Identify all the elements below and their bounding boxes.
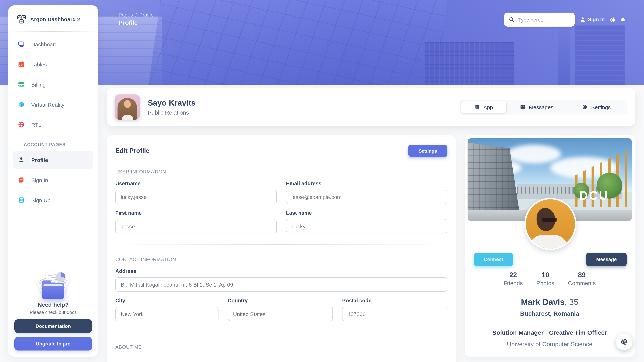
address-field: Address — [115, 268, 448, 292]
sidebar-item-label: RTL — [31, 122, 41, 128]
help-subtitle: Please check our docs — [14, 310, 92, 315]
email-label: Email address — [286, 181, 448, 186]
sidebar: Argon Dashboard 2 Dashboard Tables Bil — [8, 5, 98, 357]
glasses — [542, 218, 558, 222]
city-label: City — [115, 298, 218, 304]
cube-icon — [474, 104, 480, 110]
sidebar-section-heading: ACCOUNT PAGES — [24, 142, 89, 147]
username-input[interactable] — [115, 190, 277, 204]
section-contact-information: CONTACT INFORMATION — [115, 257, 448, 262]
postal-code-input[interactable] — [342, 307, 448, 321]
person-position: Solution Manager - Creative Tim Officer — [465, 329, 635, 337]
sidebar-item-profile[interactable]: Profile — [13, 151, 94, 169]
folder-icon — [42, 283, 64, 299]
page: Pages / Profile Profile Sign In — [0, 0, 644, 362]
tab-settings[interactable]: Settings — [566, 101, 626, 113]
person-icon — [18, 156, 24, 163]
sidebar-item-label: Sign Up — [31, 197, 50, 203]
gear-icon[interactable] — [610, 17, 616, 23]
brand[interactable]: Argon Dashboard 2 — [8, 5, 98, 31]
sidebar-item-rtl[interactable]: RTL — [13, 116, 94, 134]
sidebar-item-tables[interactable]: Tables — [13, 55, 94, 73]
page-title: Profile — [118, 19, 138, 26]
cover-dcu-sign: DCU — [579, 189, 609, 203]
edit-profile-header: Edit Profile Settings — [115, 145, 448, 157]
hero-glass-tower — [148, 0, 448, 85]
message-button[interactable]: Message — [586, 253, 627, 266]
breadcrumb-root[interactable]: Pages — [118, 12, 133, 17]
profile-avatar[interactable] — [115, 94, 140, 120]
tab-label: Messages — [529, 104, 554, 110]
postal-code-label: Postal code — [342, 298, 448, 304]
sidebar-item-dashboard[interactable]: Dashboard — [13, 35, 94, 53]
country-field: Country — [228, 292, 333, 321]
profile-header-card: Sayo Kravits Public Relations App Messag… — [107, 88, 636, 126]
notebook-icon — [18, 197, 24, 203]
profile-identity: Sayo Kravits Public Relations — [148, 98, 196, 116]
breadcrumb-current: Profile — [139, 12, 154, 17]
person-location: Bucharest, Romania — [465, 310, 635, 318]
first-name-input[interactable] — [115, 219, 277, 233]
stat-photos: 10 Photos — [536, 271, 554, 287]
tab-label: App — [483, 104, 493, 110]
search-icon — [509, 17, 514, 22]
search-box[interactable] — [504, 12, 575, 26]
gear-icon — [582, 104, 588, 110]
sidebar-item-billing[interactable]: Billing — [13, 75, 94, 93]
person-profile-card: DCU Connect Message 22 Friends 10 Photos… — [465, 135, 635, 357]
tab-app[interactable]: App — [461, 101, 507, 113]
upgrade-to-pro-button[interactable]: Upgrade to pro — [14, 337, 92, 351]
divider — [473, 325, 626, 325]
first-name-label: First name — [115, 210, 277, 216]
person-education: University of Computer Science — [465, 341, 635, 348]
last-name-field: Last name — [286, 204, 448, 233]
sign-in-label: Sign In — [588, 16, 605, 22]
sidebar-item-label: Tables — [31, 61, 47, 67]
first-name-field: First name — [115, 204, 277, 233]
profile-name: Sayo Kravits — [148, 98, 196, 108]
gear-icon — [621, 338, 628, 346]
sidebar-divider — [8, 31, 98, 31]
sign-in-button[interactable]: Sign In — [580, 16, 605, 22]
stats-row: 22 Friends 10 Photos 89 Comments — [465, 271, 635, 287]
sidebar-item-label: Dashboard — [31, 41, 58, 47]
stat-friends: 22 Friends — [504, 271, 523, 287]
bell-icon[interactable] — [620, 17, 626, 23]
monitor-icon — [18, 41, 24, 47]
settings-button[interactable]: Settings — [408, 145, 448, 157]
address-input[interactable] — [115, 277, 448, 292]
city-input[interactable] — [115, 307, 218, 321]
hero-building-right — [575, 25, 625, 85]
divider — [115, 244, 448, 245]
city-field: City — [115, 292, 218, 321]
envelope-icon — [520, 104, 526, 110]
last-name-input[interactable] — [286, 219, 448, 233]
person-avatar[interactable] — [524, 198, 576, 250]
username-field: Username — [115, 175, 277, 204]
cube-icon — [18, 101, 24, 108]
tab-messages[interactable]: Messages — [507, 101, 566, 113]
postal-code-field: Postal code — [342, 292, 448, 321]
stat-comments: 89 Comments — [568, 271, 596, 287]
sidebar-item-label: Profile — [31, 157, 48, 163]
hero-building-mid — [424, 42, 514, 85]
country-input[interactable] — [228, 307, 333, 321]
globe-icon — [18, 121, 24, 128]
sidebar-item-sign-in[interactable]: Sign In — [13, 171, 94, 189]
connect-button[interactable]: Connect — [474, 253, 513, 266]
sidebar-help: Need help? Please check our docs Documen… — [8, 272, 98, 351]
sidebar-item-sign-up[interactable]: Sign Up — [13, 191, 94, 209]
username-label: Username — [115, 181, 277, 186]
sidebar-item-virtual-reality[interactable]: Virtual Reality — [13, 95, 94, 113]
documentation-button[interactable]: Documentation — [14, 319, 92, 333]
search-input[interactable] — [518, 16, 584, 23]
credit-card-icon — [18, 81, 24, 88]
email-input[interactable] — [286, 190, 448, 204]
argon-logo-icon — [17, 14, 26, 24]
edit-profile-card: Edit Profile Settings USER INFORMATION U… — [107, 135, 456, 362]
person-age: , 35 — [564, 297, 578, 307]
sidebar-item-label: Billing — [31, 81, 46, 87]
sidebar-nav: Dashboard Tables Billing Virtual Reality — [8, 35, 98, 209]
person-name-line: Mark Davis, 35 — [465, 297, 635, 307]
floating-settings-button[interactable] — [616, 334, 632, 350]
